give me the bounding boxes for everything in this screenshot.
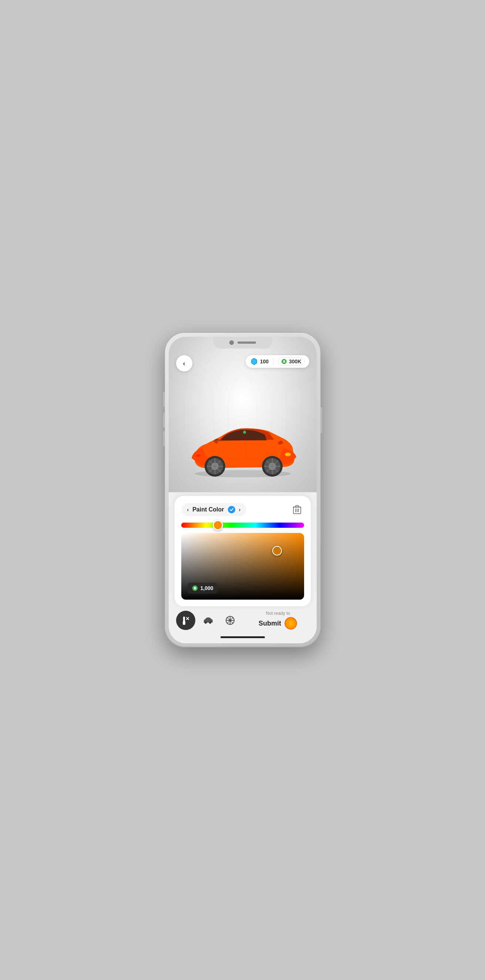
svg-line-46 [227,622,229,624]
panel-nav: ‹ Paint Color › [181,503,247,516]
verified-icon [228,506,235,513]
back-arrow-icon: ‹ [183,360,185,368]
currency-bar: 100 300K [246,355,309,368]
svg-point-38 [229,619,231,622]
svg-rect-30 [194,587,196,589]
gem-display: 100 [250,357,269,366]
trash-icon [293,505,301,514]
submit-area: Not ready to Submit [240,611,309,630]
home-indicator [169,633,317,643]
svg-line-43 [227,617,229,619]
wheel-icon [225,616,235,625]
panel-title: Paint Color [192,506,224,513]
car-silhouette-icon [203,617,213,624]
panel-header: ‹ Paint Color › [181,503,304,517]
svg-point-36 [209,622,211,624]
notch [213,337,272,348]
car-image [184,411,302,477]
checkmark-svg [229,508,234,512]
coin-display: 300K [278,357,304,366]
car-svg [184,411,302,477]
coin-icon [281,358,287,364]
hue-track [181,523,304,528]
price-amount: 1,000 [201,585,214,591]
color-picker[interactable]: 1,000 [181,533,304,600]
phone-frame: ‹ 100 [165,333,320,647]
svg-line-44 [231,622,233,624]
svg-point-22 [243,431,246,434]
prev-button[interactable]: ‹ [187,507,189,512]
svg-line-45 [231,617,233,619]
gem-count: 100 [260,358,269,364]
currency-divider [273,358,273,365]
price-coin-icon [192,585,198,592]
paint-panel: ‹ Paint Color › [174,496,311,606]
color-thumb[interactable] [272,546,282,555]
phone-screen: ‹ 100 [169,337,317,643]
car-tab-button[interactable] [198,611,217,630]
svg-rect-7 [196,455,201,457]
svg-point-49 [288,621,293,625]
svg-rect-25 [296,506,298,507]
delete-button[interactable] [290,503,304,517]
paint-tab-button[interactable] [176,611,195,630]
hue-thumb[interactable] [213,520,223,530]
bottom-nav: Not ready to Submit [169,606,317,633]
speaker-bar [238,342,256,344]
next-button[interactable]: › [239,507,241,512]
camera-dot [229,340,234,345]
submit-coin-icon [284,617,298,630]
car-viewer: ‹ 100 [169,337,317,492]
price-badge: 1,000 [187,582,218,594]
svg-rect-3 [284,360,285,363]
paint-brush-icon [181,616,190,625]
nav-icon-group [176,611,240,630]
submit-row: Submit [258,617,298,630]
app-screen: ‹ 100 [169,337,317,643]
not-ready-label: Not ready to [266,611,290,616]
svg-point-6 [285,453,291,456]
coin-count: 300K [289,358,301,364]
home-bar [220,636,265,638]
submit-label: Submit [258,620,281,627]
hue-slider[interactable] [181,523,304,528]
svg-rect-32 [183,617,185,622]
gem-icon [250,357,258,366]
svg-point-35 [204,622,207,624]
wheel-tab-button[interactable] [220,611,240,630]
back-button[interactable]: ‹ [176,355,192,371]
